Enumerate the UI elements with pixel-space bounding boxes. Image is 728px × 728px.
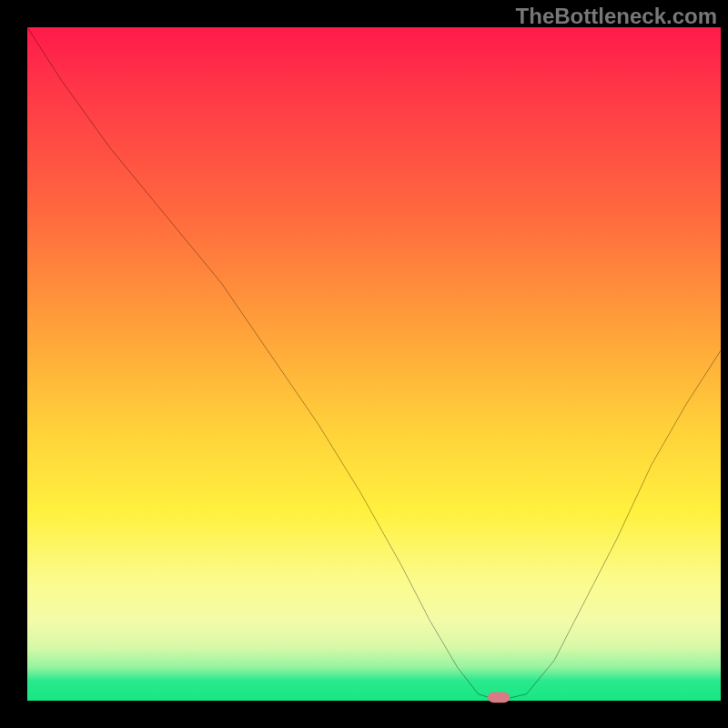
plot-area: [27, 27, 721, 701]
chart-frame: TheBottleneck.com: [0, 0, 728, 728]
watermark-text: TheBottleneck.com: [516, 4, 717, 29]
bottleneck-marker: [488, 692, 510, 703]
curve-path: [27, 27, 721, 701]
bottleneck-curve: [27, 27, 721, 701]
